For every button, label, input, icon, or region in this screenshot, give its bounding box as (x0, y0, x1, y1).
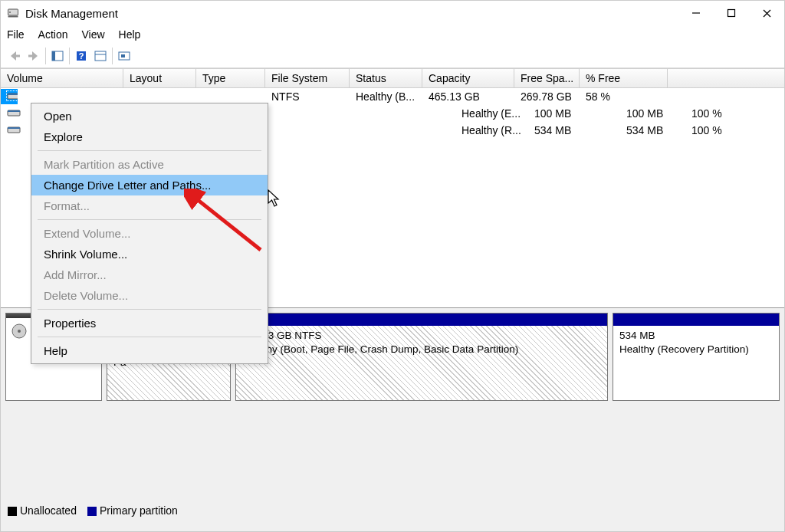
cell (371, 112, 455, 115)
cell: 100 % (685, 123, 774, 138)
column-header[interactable]: Free Spa... (514, 69, 580, 87)
cell (123, 95, 196, 98)
cell: 534 MB (620, 123, 685, 138)
context-menu-item: Extend Volume... (31, 223, 268, 244)
app-icon (7, 7, 19, 19)
back-button[interactable] (5, 47, 24, 65)
forward-button[interactable] (25, 47, 43, 65)
svg-rect-13 (95, 51, 106, 61)
svg-rect-10 (52, 51, 55, 61)
cell: Healthy (B... (350, 89, 422, 104)
cell: 58 % (580, 89, 668, 104)
cell: Healthy (E... (455, 106, 528, 121)
partition-line1: 534 MB (619, 329, 773, 343)
settings-toolbar-button[interactable] (115, 47, 133, 65)
svg-point-2 (9, 11, 11, 13)
svg-rect-7 (16, 54, 20, 57)
column-header[interactable]: File System (265, 69, 350, 87)
column-header[interactable]: Volume (1, 69, 123, 87)
partition-block[interactable]: 465.13 GB NTFSHealthy (Boot, Page File, … (235, 313, 608, 401)
menu-file[interactable]: File (7, 28, 25, 41)
svg-rect-18 (8, 94, 18, 95)
svg-rect-22 (8, 127, 20, 129)
cell (302, 129, 371, 132)
context-menu-item[interactable]: Shrink Volume... (31, 244, 268, 264)
legend-item: Primary partition (87, 504, 178, 517)
context-menu[interactable]: OpenExploreMark Partition as ActiveChang… (31, 103, 268, 364)
column-header[interactable]: Capacity (422, 69, 514, 87)
svg-rect-8 (28, 54, 32, 57)
cell: NTFS (265, 89, 350, 104)
partition-line1: 465.13 GB NTFS (242, 329, 601, 343)
cell: Healthy (R... (455, 123, 528, 138)
toolbar: ? (1, 44, 784, 68)
column-header[interactable]: Status (350, 69, 422, 87)
column-header[interactable]: Layout (123, 69, 196, 87)
context-menu-item[interactable]: Explore (31, 126, 268, 147)
volume-icon (7, 107, 21, 120)
context-menu-item[interactable]: Open (31, 106, 268, 126)
partition-block[interactable]: 534 MBHealthy (Recovery Partition) (613, 313, 780, 401)
volume-icon (7, 124, 21, 136)
disk-icon (11, 323, 28, 340)
legend-item: Unallocated (8, 504, 77, 517)
partition-line2: Healthy (Boot, Page File, Crash Dump, Ba… (242, 343, 601, 356)
svg-point-24 (18, 330, 21, 333)
minimize-button[interactable] (678, 1, 714, 25)
window-title: Disk Management (25, 7, 678, 20)
maximize-button[interactable] (714, 1, 749, 25)
context-menu-item: Format... (31, 195, 268, 216)
cell: 534 MB (528, 123, 620, 138)
context-menu-item[interactable]: Properties (31, 313, 268, 333)
cell: 100 MB (528, 106, 620, 121)
volume-list-header: VolumeLayoutTypeFile SystemStatusCapacit… (1, 68, 784, 88)
svg-text:?: ? (79, 51, 84, 61)
show-hide-tree-button[interactable] (48, 47, 67, 65)
context-menu-item: Add Mirror... (31, 264, 268, 285)
menubar: File Action View Help (1, 25, 784, 44)
menu-view[interactable]: View (81, 28, 104, 41)
volume-icon (7, 90, 18, 103)
help-toolbar-button[interactable]: ? (72, 47, 90, 65)
menu-help[interactable]: Help (119, 28, 141, 41)
legend: UnallocatedPrimary partition (8, 504, 178, 517)
column-header[interactable]: Type (196, 69, 265, 87)
cell: 100 % (685, 106, 774, 121)
close-button[interactable] (749, 1, 784, 25)
context-menu-item[interactable]: Help (31, 340, 268, 361)
cell: 100 MB (620, 106, 685, 121)
svg-rect-1 (8, 16, 18, 18)
partition-line2: Healthy (Recovery Partition) (619, 343, 773, 356)
titlebar[interactable]: Disk Management (1, 1, 784, 25)
cell: 269.78 GB (514, 89, 580, 104)
context-menu-item[interactable]: Change Drive Letter and Paths... (31, 175, 268, 195)
menu-action[interactable]: Action (38, 28, 68, 41)
panel-toolbar-button[interactable] (91, 47, 110, 65)
column-header[interactable]: % Free (580, 69, 668, 87)
context-menu-item: Delete Volume... (31, 285, 268, 306)
cell (371, 129, 455, 132)
svg-rect-20 (8, 110, 20, 112)
cell: 465.13 GB (422, 89, 514, 104)
context-menu-item: Mark Partition as Active (31, 154, 268, 175)
cell (302, 112, 371, 115)
svg-rect-16 (121, 54, 125, 57)
svg-rect-4 (728, 10, 735, 17)
cell (196, 95, 265, 98)
